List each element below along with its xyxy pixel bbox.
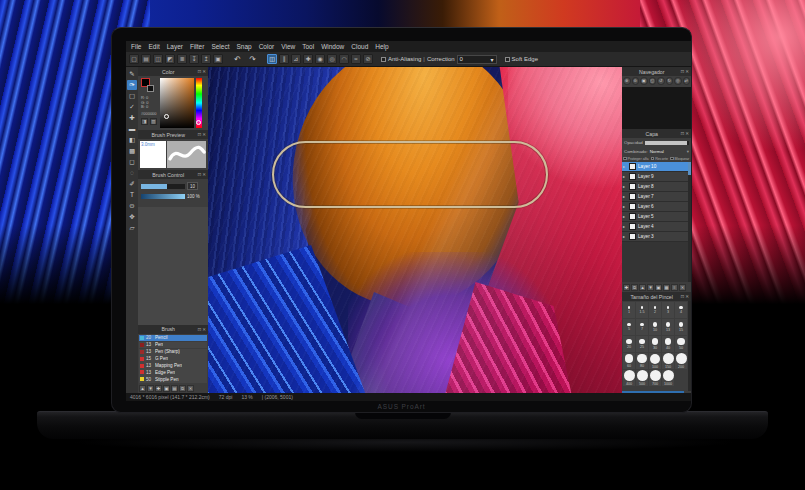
delete-layer-icon[interactable]: ✕ <box>679 284 686 291</box>
layer-row[interactable]: ▸Layer 4 <box>622 222 688 232</box>
brush-size-option[interactable]: 1.5 <box>636 302 648 318</box>
menu-file[interactable]: File <box>131 43 141 50</box>
import-icon[interactable]: ↧ <box>189 54 199 64</box>
collapse-icon[interactable]: ⊡ <box>197 327 201 332</box>
close-icon[interactable]: ✕ <box>685 69 689 74</box>
brush-opacity-slider[interactable] <box>141 194 185 199</box>
scrollbar-thumb[interactable] <box>688 162 691 175</box>
snap-cross-icon[interactable]: ⊿ <box>291 54 301 64</box>
brush-size-value[interactable]: 10 <box>187 182 198 190</box>
brush-size-option[interactable]: 3 <box>662 302 674 318</box>
rotate-left-icon[interactable]: ↺ <box>657 77 665 85</box>
brush-item[interactable]: 20Pencil <box>139 335 207 341</box>
brush-size-option[interactable]: 13 <box>662 319 674 335</box>
color-set-icon[interactable]: ▥ <box>150 118 157 125</box>
menu-tool[interactable]: Tool <box>302 43 314 50</box>
open-file-icon[interactable]: ▤ <box>141 54 151 64</box>
lasso-tool[interactable]: ◌ <box>127 168 137 178</box>
snap-off-icon[interactable]: ◫ <box>267 54 277 64</box>
menu-window[interactable]: Window <box>321 43 344 50</box>
navigator-preview[interactable] <box>622 87 691 129</box>
menu-view[interactable]: View <box>281 43 295 50</box>
snap-circle-icon[interactable]: ◎ <box>327 54 337 64</box>
print-icon[interactable]: ▣ <box>213 54 223 64</box>
snap-wave-icon[interactable]: ≈ <box>351 54 361 64</box>
brush-size-option[interactable]: 80 <box>636 353 648 369</box>
collapse-icon[interactable]: ⊡ <box>197 172 201 177</box>
menu-help[interactable]: Help <box>375 43 388 50</box>
blend-mode-row[interactable]: Combinado: Normal ▾ <box>622 147 691 155</box>
layer-opacity-slider[interactable] <box>645 141 689 145</box>
layer-up-icon[interactable]: ▲ <box>639 284 646 291</box>
add-layer-icon[interactable]: ✚ <box>623 284 630 291</box>
collapse-icon[interactable]: ⊡ <box>197 69 201 74</box>
brush-item[interactable]: 13Pen (Sharp) <box>139 349 207 355</box>
brush-size-option[interactable]: 7 <box>636 319 648 335</box>
background-color-swatch[interactable] <box>147 85 154 92</box>
brush-size-slider[interactable] <box>141 184 185 189</box>
brush-size-option[interactable]: 100 <box>649 353 661 369</box>
collapse-icon[interactable]: ⊡ <box>680 69 684 74</box>
selection-pill-outline[interactable] <box>272 141 548 208</box>
layer-folder-icon[interactable]: ▦ <box>663 284 670 291</box>
brush-size-option[interactable]: 200 <box>675 353 687 369</box>
soft-edge-checkbox[interactable]: Soft Edge <box>505 56 538 62</box>
select-rect-tool[interactable]: ▢ <box>127 91 137 101</box>
layer-visibility-icon[interactable]: ▸ <box>623 234 627 239</box>
new-file-icon[interactable]: ▢ <box>129 54 139 64</box>
upload-icon[interactable]: ↥ <box>201 54 211 64</box>
save-icon[interactable]: ◫ <box>153 54 163 64</box>
brush-size-option[interactable]: 5 <box>623 319 635 335</box>
brush-item[interactable]: 13Edge Pen <box>139 369 207 375</box>
layer-row[interactable]: ▸Layer 5 <box>622 212 688 222</box>
zoom-reset-icon[interactable]: ◱ <box>649 77 657 85</box>
brush-size-option[interactable]: 1000 <box>662 370 674 386</box>
saturation-value-picker[interactable] <box>160 78 194 128</box>
move-tool[interactable]: ✚ <box>127 113 137 123</box>
brush-item[interactable]: 13Pen <box>139 342 207 348</box>
delete-brush-icon[interactable]: ✕ <box>187 385 194 392</box>
export-icon[interactable]: ≣ <box>177 54 187 64</box>
anti-aliasing-checkbox[interactable]: Anti-Aliasing <box>381 56 421 62</box>
select-pen-tool[interactable]: ✐ <box>127 179 137 189</box>
brush-size-option[interactable]: 40 <box>662 336 674 352</box>
layer-visibility-icon[interactable]: ▸ <box>623 224 627 229</box>
snap-disable-icon[interactable]: ⊘ <box>363 54 373 64</box>
brush-size-option[interactable]: 4 <box>675 302 687 318</box>
zoom-fit-icon[interactable]: ▣ <box>640 77 648 85</box>
checkbox-recorte[interactable]: Recorte <box>651 157 668 161</box>
bucket-tool[interactable]: ◧ <box>127 135 137 145</box>
collapse-icon[interactable]: ⊡ <box>680 131 684 136</box>
menu-cloud[interactable]: Cloud <box>351 43 368 50</box>
snap-curve-icon[interactable]: ◠ <box>339 54 349 64</box>
brush-tool[interactable]: ✑ <box>127 80 137 90</box>
select-tool[interactable]: ◻ <box>127 157 137 167</box>
brush-size-option[interactable]: 700 <box>649 370 661 386</box>
menu-edit[interactable]: Edit <box>148 43 159 50</box>
edit-brush-icon[interactable]: ▣ <box>163 385 170 392</box>
add-brush-icon[interactable]: ✚ <box>155 385 162 392</box>
layer-settings-icon[interactable]: ≡ <box>671 284 678 291</box>
flip-icon[interactable]: ⇄ <box>683 77 691 85</box>
size-scrollbar[interactable] <box>688 301 691 391</box>
brush-size-option[interactable]: 15 <box>675 319 687 335</box>
layer-visibility-icon[interactable]: ▸ <box>623 194 627 199</box>
brush-up-icon[interactable]: ▲ <box>139 385 146 392</box>
close-icon[interactable]: ✕ <box>685 131 689 136</box>
layer-scrollbar[interactable] <box>688 162 691 282</box>
layer-row[interactable]: ▸Layer 3 <box>622 232 688 242</box>
zoom-out-icon[interactable]: ⊖ <box>632 77 640 85</box>
canvas[interactable] <box>208 67 622 393</box>
brush-size-option[interactable]: 20 <box>623 336 635 352</box>
menu-snap[interactable]: Snap <box>236 43 251 50</box>
redo-icon[interactable]: ↷ <box>246 54 259 64</box>
magic-wand-tool[interactable]: ✓ <box>127 102 137 112</box>
hue-slider[interactable] <box>196 78 202 128</box>
correction-dropdown[interactable]: 0 ▾ <box>457 55 497 64</box>
snap-vanishing-icon[interactable]: ✚ <box>303 54 313 64</box>
checkbox-bloquear[interactable]: Bloquear <box>670 157 689 161</box>
collapse-icon[interactable]: ⊡ <box>680 294 684 299</box>
sv-cursor[interactable] <box>164 114 169 119</box>
brush-item[interactable]: 13Mapping Pen <box>139 362 207 368</box>
brush-size-option[interactable]: 60 <box>623 353 635 369</box>
